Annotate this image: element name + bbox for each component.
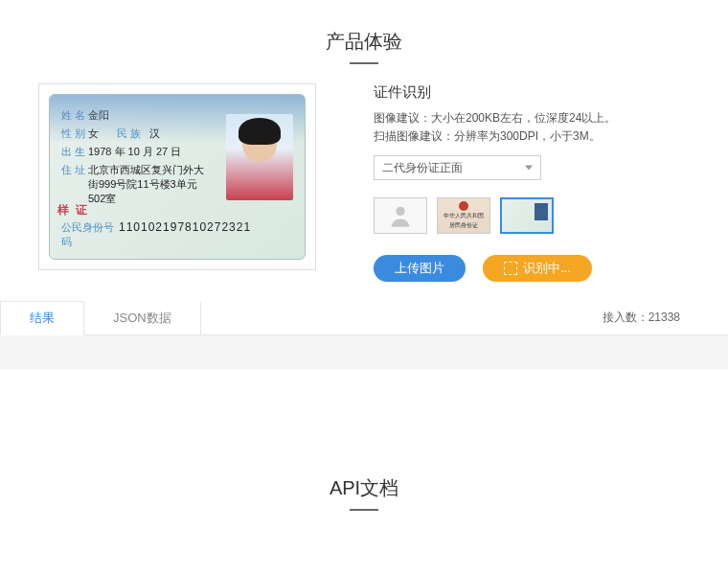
tab-json[interactable]: JSON数据 (84, 302, 201, 334)
idcard-sex-label: 性 别 (61, 126, 88, 141)
idcard-name-value: 金阳 (88, 108, 109, 123)
id-card-image: 姓 名 金阳 性 别 女 民 族 汉 出 生 1978 年 10 月 27 日 … (49, 94, 306, 260)
api-section-title: API文档 (0, 447, 728, 520)
idcard-sex-value: 女 (88, 126, 117, 141)
demo-section-title: 产品体验 (0, 0, 728, 74)
result-content-area (0, 335, 728, 370)
idcard-number-label: 公民身份号码 (61, 220, 119, 249)
idcard-ethnic-value: 汉 (149, 126, 160, 141)
control-column: 证件识别 图像建议：大小在200KB左右，位深度24以上。 扫描图像建议：分辨率… (374, 83, 690, 282)
upload-button[interactable]: 上传图片 (374, 255, 466, 282)
scan-icon (504, 262, 517, 275)
svg-point-0 (396, 207, 404, 216)
idcard-sample-stamp: 样 证 (57, 202, 89, 218)
idcard-birth-label: 出 生 (61, 145, 88, 159)
emblem-icon (459, 201, 468, 211)
image-hint: 图像建议：大小在200KB左右，位深度24以上。 扫描图像建议：分辨率为300D… (374, 109, 690, 146)
idcard-name-label: 姓 名 (61, 108, 88, 123)
recognize-button[interactable]: 识别中... (483, 255, 592, 282)
idcard-ethnic-label: 民 族 (117, 126, 149, 141)
thumb-id-back[interactable]: 中华人民共和国 居民身份证 (437, 197, 490, 234)
doc-type-select[interactable]: 二代身份证正面 (374, 155, 541, 180)
action-buttons: 上传图片 识别中... (374, 255, 690, 282)
api-heading: API文档 (0, 475, 728, 501)
idcard-photo (226, 114, 293, 200)
result-tabs: 结果 JSON数据 接入数：21338 (0, 301, 728, 335)
idcard-birth-value: 1978 年 10 月 27 日 (88, 145, 181, 159)
sample-thumbnails: 中华人民共和国 居民身份证 (374, 197, 690, 234)
heading-underline (350, 62, 378, 64)
person-icon (387, 202, 414, 229)
thumb-id-front[interactable] (500, 197, 554, 234)
access-count: 接入数：21338 (603, 310, 690, 326)
demo-heading: 产品体验 (0, 29, 728, 55)
idcard-addr-value: 北京市西城区复兴门外大 街999号院11号楼3单元 502室 (88, 163, 204, 206)
heading-underline (350, 509, 378, 511)
tab-result[interactable]: 结果 (0, 301, 84, 335)
panel-title: 证件识别 (374, 83, 690, 102)
doc-type-value: 二代身份证正面 (382, 160, 463, 176)
id-card-preview-frame: 姓 名 金阳 性 别 女 民 族 汉 出 生 1978 年 10 月 27 日 … (38, 83, 316, 270)
idcard-addr-label: 住 址 (61, 163, 88, 206)
demo-content: 姓 名 金阳 性 别 女 民 族 汉 出 生 1978 年 10 月 27 日 … (0, 74, 728, 301)
thumb-placeholder[interactable] (374, 197, 427, 234)
preview-column: 姓 名 金阳 性 别 女 民 族 汉 出 生 1978 年 10 月 27 日 … (38, 83, 316, 282)
idcard-number-value: 110102197810272321 (119, 220, 251, 249)
